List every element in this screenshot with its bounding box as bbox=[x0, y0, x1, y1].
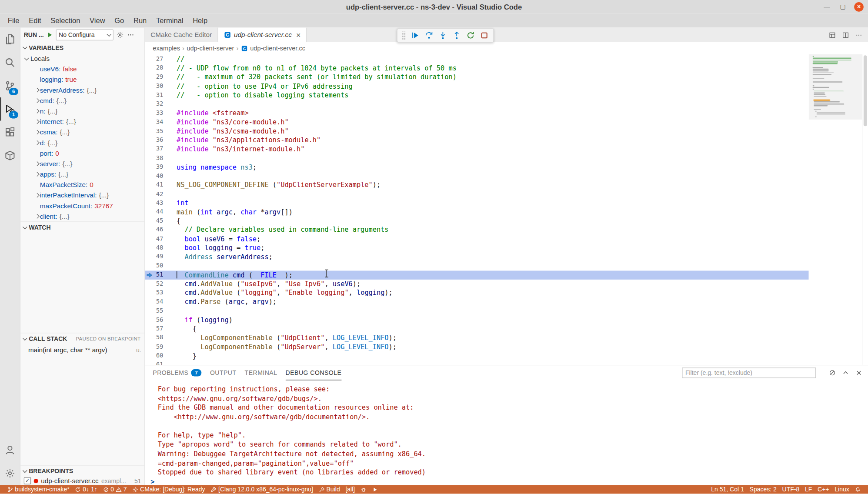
more-actions-icon[interactable] bbox=[855, 31, 863, 39]
continue-button[interactable] bbox=[411, 31, 420, 40]
variable-row[interactable]: client:{...} bbox=[20, 211, 144, 221]
watch-section-header[interactable]: WATCH bbox=[20, 221, 144, 233]
line-number[interactable]: 59 bbox=[145, 342, 164, 351]
line-number[interactable]: 41 bbox=[145, 180, 164, 190]
scope-row-locals[interactable]: Locals bbox=[20, 53, 144, 63]
line-number[interactable]: 33 bbox=[145, 109, 164, 118]
variable-row[interactable]: csma:{...} bbox=[20, 127, 144, 137]
clear-console-icon[interactable] bbox=[829, 369, 836, 376]
maximize-panel-icon[interactable] bbox=[842, 369, 849, 376]
code-line[interactable]: 34#include "ns3/core-module.h" bbox=[145, 118, 809, 127]
activity-bar-item-cmake[interactable] bbox=[0, 144, 20, 167]
code-line[interactable]: 43int bbox=[145, 199, 809, 208]
line-number[interactable]: 36 bbox=[145, 136, 164, 145]
start-debugging-icon[interactable] bbox=[47, 32, 53, 38]
menu-file[interactable]: File bbox=[3, 15, 24, 27]
code-line[interactable]: 53 cmd.AddValue ("logging", "Enable logg… bbox=[145, 288, 809, 297]
menu-go[interactable]: Go bbox=[110, 15, 128, 27]
panel-tab-problems[interactable]: PROBLEMS7 bbox=[153, 365, 201, 380]
line-number[interactable]: 60 bbox=[145, 351, 164, 360]
restart-button[interactable] bbox=[466, 31, 475, 40]
statusbar-indentation[interactable]: Spaces: 2 bbox=[747, 485, 779, 494]
close-panel-icon[interactable] bbox=[855, 369, 863, 376]
menu-selection[interactable]: Selection bbox=[46, 15, 84, 27]
menu-terminal[interactable]: Terminal bbox=[152, 15, 188, 27]
breakpoint-checkbox[interactable]: ✓ bbox=[24, 477, 31, 484]
scrollbar-thumb[interactable] bbox=[864, 55, 867, 126]
code-line[interactable]: 44main (int argc, char *argv[]) bbox=[145, 207, 809, 217]
activity-bar-item-source-control[interactable]: 6 bbox=[0, 74, 20, 97]
code-line[interactable]: 35#include "ns3/csma-module.h" bbox=[145, 127, 809, 136]
panel-tab-output[interactable]: OUTPUT bbox=[210, 365, 237, 380]
line-number[interactable]: 38 bbox=[145, 154, 164, 163]
code-line[interactable]: 57 { bbox=[145, 324, 809, 334]
statusbar-os[interactable]: Linux bbox=[832, 485, 852, 494]
statusbar-build-target[interactable]: [all] bbox=[343, 485, 358, 494]
console-filter-input[interactable] bbox=[682, 367, 816, 378]
tab-cmake-cache-editor[interactable]: CMake Cache Editor bbox=[145, 28, 218, 42]
variable-row[interactable]: maxPacketCount:32767 bbox=[20, 200, 144, 211]
code-line[interactable]: 54 cmd.Parse (argc, argv); bbox=[145, 297, 809, 307]
variable-row[interactable]: interPacketInterval:{...} bbox=[20, 190, 144, 200]
statusbar-cmake-kit[interactable]: [Clang 12.0.0 x86_64-pc-linux-gnu] bbox=[208, 485, 316, 494]
split-editor-icon[interactable] bbox=[842, 31, 849, 39]
line-number[interactable]: 45 bbox=[145, 217, 164, 226]
maximize-button[interactable]: ▢ bbox=[838, 2, 848, 11]
line-number[interactable]: 40 bbox=[145, 172, 164, 181]
drag-handle[interactable] bbox=[402, 31, 406, 40]
statusbar-notifications[interactable] bbox=[852, 485, 864, 494]
activity-bar-item-explorer[interactable] bbox=[0, 28, 20, 51]
customize-layout-icon[interactable] bbox=[829, 31, 836, 39]
code-line[interactable]: 60 } bbox=[145, 351, 809, 360]
code-line[interactable]: 30// - option to use IPv4 or IPv6 addres… bbox=[145, 82, 809, 91]
breadcrumb-item[interactable]: udp-client-server.cc bbox=[250, 45, 305, 51]
line-number[interactable]: 52 bbox=[145, 280, 164, 289]
statusbar-cursor-position[interactable]: Ln 51, Col 1 bbox=[708, 485, 747, 494]
line-number[interactable]: 31 bbox=[145, 91, 164, 100]
line-number[interactable]: 42 bbox=[145, 190, 164, 199]
code-line[interactable]: 55 bbox=[145, 307, 809, 316]
close-tab-icon[interactable]: × bbox=[296, 30, 300, 39]
line-number[interactable]: 27 bbox=[145, 55, 164, 64]
code-line[interactable]: 58 LogComponentEnable ("UdpClient", LOG_… bbox=[145, 334, 809, 343]
code-line[interactable]: 52 cmd.AddValue ("useIpv6", "Use Ipv6", … bbox=[145, 280, 809, 289]
variable-row[interactable]: logging:true bbox=[20, 74, 144, 85]
variable-row[interactable]: apps:{...} bbox=[20, 169, 144, 179]
line-number[interactable]: 30 bbox=[145, 82, 164, 91]
code-line[interactable]: 29// - maximum of 320 packets sent (or l… bbox=[145, 73, 809, 82]
code-line[interactable]: 37#include "ns3/internet-module.h" bbox=[145, 145, 809, 154]
stack-frame-row[interactable]: main(int argc, char ** argv) u. bbox=[20, 344, 144, 355]
breakpoints-section-header[interactable]: BREAKPOINTS bbox=[20, 465, 144, 477]
code-line[interactable]: 41NS_LOG_COMPONENT_DEFINE ("UdpClientSer… bbox=[145, 180, 809, 190]
minimap[interactable] bbox=[809, 54, 862, 365]
breakpoint-row[interactable]: ✓ udp-client-server.cc exampl... 51 bbox=[20, 477, 144, 485]
line-number[interactable]: 56 bbox=[145, 315, 164, 324]
tab-udp-client-server-cc[interactable]: Cudp-client-server.cc× bbox=[218, 28, 307, 42]
menu-help[interactable]: Help bbox=[188, 15, 212, 27]
variable-row[interactable]: d:{...} bbox=[20, 137, 144, 148]
code-line[interactable]: 28// - UDP flow from n0 to n1 of 1024 by… bbox=[145, 64, 809, 73]
code-line[interactable]: 51 CommandLine cmd (__FILE__); bbox=[145, 270, 809, 280]
code-line[interactable]: 56 if (logging) bbox=[145, 315, 809, 324]
statusbar-debug-target[interactable] bbox=[358, 485, 370, 494]
code-line[interactable]: 47 bool useV6 = false; bbox=[145, 234, 809, 244]
line-number[interactable]: 34 bbox=[145, 118, 164, 127]
code-line[interactable]: 42 bbox=[145, 190, 809, 199]
statusbar-language[interactable]: C++ bbox=[815, 485, 832, 494]
statusbar-eol[interactable]: LF bbox=[802, 485, 815, 494]
statusbar-build[interactable]: Build bbox=[316, 485, 343, 494]
line-number[interactable]: 47 bbox=[145, 234, 164, 244]
step-into-button[interactable] bbox=[438, 31, 447, 40]
debug-settings-gear-icon[interactable] bbox=[116, 31, 124, 39]
line-number[interactable]: 57 bbox=[145, 324, 164, 334]
variable-row[interactable]: server:{...} bbox=[20, 158, 144, 169]
line-number[interactable]: 29 bbox=[145, 73, 164, 82]
line-number[interactable]: 53 bbox=[145, 288, 164, 297]
line-number[interactable]: 37 bbox=[145, 145, 164, 154]
code-line[interactable]: 39using namespace ns3; bbox=[145, 163, 809, 172]
line-number[interactable]: 48 bbox=[145, 244, 164, 253]
code-line[interactable]: 50 bbox=[145, 261, 809, 270]
editor-scrollbar[interactable] bbox=[862, 54, 868, 365]
menu-view[interactable]: View bbox=[85, 15, 110, 27]
line-number[interactable]: 44 bbox=[145, 207, 164, 217]
